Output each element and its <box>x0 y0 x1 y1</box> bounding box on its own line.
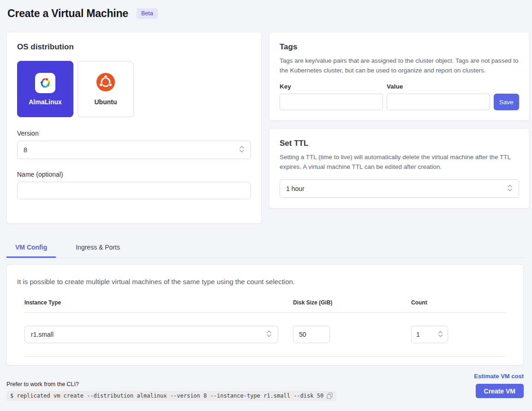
page-header: Create a Virtual Machine Beta <box>6 7 524 20</box>
footer-links: Estimate VM cost <box>6 372 524 380</box>
copy-icon[interactable] <box>327 393 333 399</box>
os-option-almalinux[interactable]: AlmaLinux <box>17 61 73 117</box>
cli-prompt-text: Prefer to work from the CLI? <box>6 381 336 387</box>
footer-actions: Prefer to work from the CLI? $ replicate… <box>6 381 524 401</box>
column-disk-size: Disk Size (GiB) <box>293 299 411 306</box>
set-ttl-card: Set TTL Setting a TTL (time to live) wil… <box>269 128 530 208</box>
tab-vm-config[interactable]: VM Config <box>6 239 56 258</box>
version-select[interactable]: 8 <box>17 141 251 159</box>
cli-command-pill: $ replicated vm create --distribution al… <box>6 391 336 401</box>
config-tabs: VM Config Ingress & Ports <box>6 239 524 258</box>
column-count: Count <box>411 299 506 306</box>
cli-command-text: $ replicated vm create --distribution al… <box>10 393 323 399</box>
save-tag-button[interactable]: Save <box>494 94 519 110</box>
count-stepper[interactable]: 1 <box>411 326 448 343</box>
chevron-updown-icon <box>266 330 272 339</box>
instance-type-select[interactable]: r1.small <box>24 326 278 343</box>
os-options: AlmaLinux <box>17 61 251 117</box>
beta-badge: Beta <box>137 8 158 19</box>
tag-key-input[interactable] <box>280 94 383 110</box>
disk-size-input[interactable] <box>293 326 330 343</box>
tags-card: Tags Tags are key/value pairs that are a… <box>269 32 530 121</box>
vm-config-card: It is possible to create multiple virtua… <box>6 264 524 365</box>
column-instance-type: Instance Type <box>24 299 293 306</box>
os-distribution-card: OS distribution <box>6 32 262 224</box>
os-card-title: OS distribution <box>17 42 251 52</box>
create-vm-button[interactable]: Create VM <box>476 384 524 398</box>
instances-table-header: Instance Type Disk Size (GiB) Count <box>24 286 506 313</box>
ttl-selected-value: 1 hour <box>286 185 305 192</box>
right-column: Tags Tags are key/value pairs that are a… <box>269 32 530 224</box>
count-value: 1 <box>416 331 420 338</box>
chevron-updown-icon <box>239 145 245 155</box>
name-label: Name (optional) <box>17 171 251 178</box>
tags-form: Key Value Save <box>280 83 519 110</box>
instance-row: r1.small 1 <box>24 313 506 357</box>
ubuntu-logo-icon <box>96 73 115 93</box>
ttl-select[interactable]: 1 hour <box>280 179 519 198</box>
instance-type-value: r1.small <box>31 331 54 338</box>
tag-value-input[interactable] <box>387 94 490 110</box>
instances-table: Instance Type Disk Size (GiB) Count r1.s… <box>24 286 506 357</box>
os-option-label: Ubuntu <box>95 98 117 106</box>
page-title: Create a Virtual Machine <box>7 7 128 20</box>
chevron-updown-icon <box>507 184 513 193</box>
ttl-card-title: Set TTL <box>280 139 519 148</box>
version-selected-value: 8 <box>24 146 27 154</box>
os-option-label: AlmaLinux <box>29 98 62 106</box>
tag-key-label: Key <box>280 83 383 90</box>
version-label: Version <box>17 130 251 137</box>
name-input[interactable] <box>17 182 251 199</box>
top-cards-row: OS distribution <box>6 32 524 224</box>
cli-area: Prefer to work from the CLI? $ replicate… <box>6 381 336 401</box>
tag-value-label: Value <box>387 83 490 90</box>
os-option-ubuntu[interactable]: Ubuntu <box>78 61 134 117</box>
estimate-vm-cost-link[interactable]: Estimate VM cost <box>474 373 524 380</box>
create-vm-page: Create a Virtual Machine Beta OS distrib… <box>0 0 532 401</box>
vm-config-description: It is possible to create multiple virtua… <box>17 278 513 286</box>
tag-key-field: Key <box>280 83 383 110</box>
tags-description: Tags are key/value pairs that are assign… <box>280 56 519 75</box>
ttl-description: Setting a TTL (time to live) will automa… <box>280 153 519 172</box>
tags-card-title: Tags <box>280 42 519 52</box>
almalinux-logo-icon <box>35 73 55 93</box>
tag-value-field: Value <box>387 83 490 110</box>
tab-ingress-ports[interactable]: Ingress & Ports <box>67 239 129 258</box>
chevron-updown-icon <box>438 330 443 339</box>
